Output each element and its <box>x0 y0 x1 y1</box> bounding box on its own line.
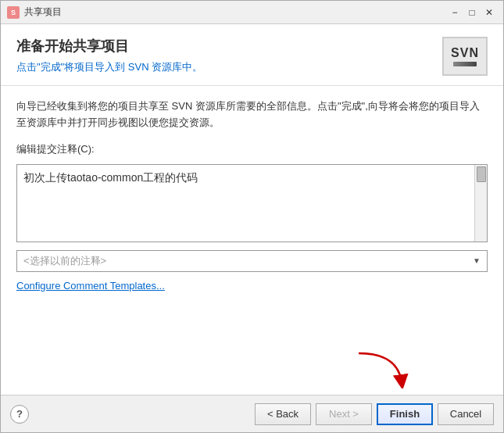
scrollbar[interactable] <box>474 165 487 242</box>
header-subtitle: 点击"完成"将项目导入到 SVN 资源库中。 <box>16 60 433 74</box>
title-bar: S 共享项目 − □ ✕ <box>1 1 503 24</box>
maximize-button[interactable]: □ <box>464 5 480 20</box>
help-icon: ? <box>16 408 23 420</box>
main-window: S 共享项目 − □ ✕ 准备开始共享项目 点击"完成"将项目导入到 SVN 资… <box>0 0 504 433</box>
help-button[interactable]: ? <box>10 405 29 424</box>
header-section: 准备开始共享项目 点击"完成"将项目导入到 SVN 资源库中。 SVN <box>1 24 503 86</box>
footer: ? < Back Next > Finish Cancel <box>1 395 503 432</box>
previous-comment-text: <选择以前的注释> <box>23 254 473 268</box>
svn-logo: SVN <box>442 37 488 76</box>
arrow-spacer <box>1 304 503 395</box>
page-title: 准备开始共享项目 <box>16 37 433 55</box>
next-button: Next > <box>316 403 372 425</box>
svn-logo-decoration <box>453 62 477 66</box>
comment-label: 编辑提交注释(C): <box>16 142 488 156</box>
configure-link[interactable]: Configure Comment Templates... <box>16 280 488 292</box>
dropdown-arrow-icon: ▼ <box>473 256 481 265</box>
back-button[interactable]: < Back <box>255 403 311 425</box>
close-button[interactable]: ✕ <box>481 5 497 20</box>
previous-comment-dropdown[interactable]: <选择以前的注释> ▼ <box>16 250 488 272</box>
window-title: 共享项目 <box>24 5 447 19</box>
window-controls: − □ ✕ <box>447 5 497 20</box>
svn-logo-text: SVN <box>451 46 479 60</box>
content-section: 向导已经收集到将您的项目共享至 SVN 资源库所需要的全部信息。点击"完成",向… <box>1 86 503 304</box>
minimize-button[interactable]: − <box>447 5 463 20</box>
comment-textarea-wrapper <box>16 164 488 242</box>
finish-button[interactable]: Finish <box>377 403 433 425</box>
finish-arrow <box>351 349 413 388</box>
window-icon: S <box>7 6 20 19</box>
description-text: 向导已经收集到将您的项目共享至 SVN 资源库所需要的全部信息。点击"完成",向… <box>16 98 488 131</box>
header-text-block: 准备开始共享项目 点击"完成"将项目导入到 SVN 资源库中。 <box>16 37 433 74</box>
scrollbar-thumb <box>477 166 486 182</box>
comment-textarea[interactable] <box>17 165 474 242</box>
cancel-button[interactable]: Cancel <box>438 403 494 425</box>
